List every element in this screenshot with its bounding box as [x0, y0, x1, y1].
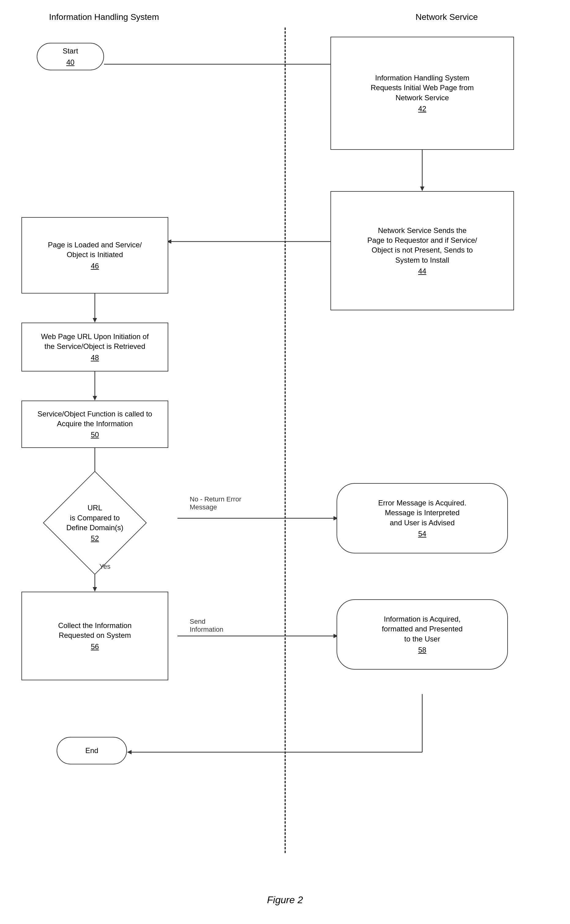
node-44: Network Service Sends the Page to Reques… — [331, 191, 514, 310]
node-58: Information is Acquired, formatted and P… — [337, 599, 508, 670]
diagram-container: Information Handling System Network Serv… — [0, 0, 570, 924]
node-52: URL is Compared to Define Domain(s) 52 — [15, 483, 175, 563]
svg-marker-9 — [93, 396, 97, 400]
node-48: Web Page URL Upon Initiation of the Serv… — [21, 322, 168, 371]
svg-marker-15 — [93, 587, 97, 592]
svg-marker-3 — [420, 186, 424, 191]
svg-marker-20 — [127, 750, 132, 754]
node-54: Error Message is Acquired. Message is In… — [337, 483, 508, 553]
yes-label: Yes — [100, 563, 110, 571]
node-46: Page is Loaded and Service/ Object is In… — [21, 217, 168, 293]
header-right: Network Service — [367, 12, 526, 22]
send-label: Send Information — [190, 618, 223, 634]
header-left: Information Handling System — [25, 12, 184, 22]
node-50: Service/Object Function is called to Acq… — [21, 400, 168, 448]
divider-line — [285, 27, 286, 853]
start-node: Start 40 — [37, 43, 104, 70]
end-node: End — [57, 737, 127, 764]
node-42: Information Handling System Requests Ini… — [331, 37, 514, 150]
no-label: No - Return Error Message — [190, 495, 241, 511]
svg-marker-7 — [93, 318, 97, 322]
node-56: Collect the Information Requested on Sys… — [21, 592, 168, 680]
figure-caption: Figure 2 — [239, 894, 331, 906]
